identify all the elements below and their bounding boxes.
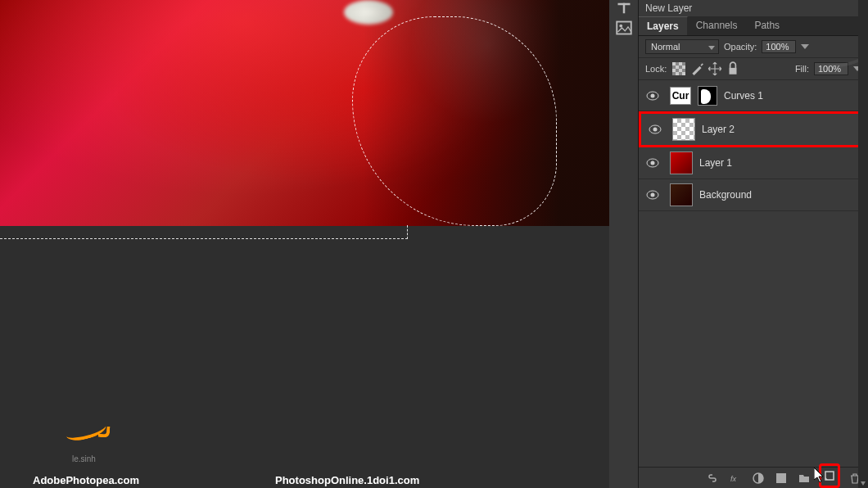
lock-label: Lock: <box>645 64 667 74</box>
adjustment-layer-icon[interactable] <box>773 470 789 486</box>
visibility-toggle-icon[interactable] <box>645 188 660 202</box>
group-layers-icon[interactable] <box>796 470 812 486</box>
image-highlight <box>344 0 393 25</box>
visibility-toggle-icon[interactable] <box>648 122 662 137</box>
blend-mode-select[interactable]: Normal <box>645 39 719 54</box>
layers-list: Cur Curves 1 Layer 2 Layer 1 <box>639 80 868 467</box>
layer-effects-icon[interactable]: fx <box>727 470 744 486</box>
svg-rect-4 <box>730 68 737 75</box>
opacity-label: Opacity: <box>724 42 757 52</box>
lock-all-icon[interactable] <box>726 61 740 76</box>
svg-point-10 <box>651 161 655 165</box>
add-mask-icon[interactable] <box>750 470 766 486</box>
svg-point-6 <box>651 93 655 97</box>
svg-point-12 <box>651 193 655 197</box>
svg-rect-15 <box>776 473 786 483</box>
watermark-logo: le.sinh <box>66 422 131 463</box>
svg-rect-1 <box>622 3 625 14</box>
layer-thumb[interactable] <box>670 183 693 206</box>
layer-name[interactable]: Layer 2 <box>702 124 735 135</box>
panel-tooltip: New Layer <box>639 0 868 16</box>
layers-panel: New Layer Layers Channels Paths Normal O… <box>639 0 868 488</box>
layer-name[interactable]: Background <box>699 189 752 201</box>
adjustment-layer-thumb[interactable]: Cur <box>670 87 691 105</box>
svg-point-3 <box>619 25 622 28</box>
visibility-toggle-icon[interactable] <box>645 156 660 170</box>
svg-text:fx: fx <box>730 475 737 483</box>
opacity-value[interactable]: 100% <box>762 40 796 53</box>
layer-row-background[interactable]: Background <box>639 179 868 211</box>
credits-bar: AdobePhotopea.com PhotoshopOnline.1doi1.… <box>0 472 609 488</box>
panels-stack: New Layer Layers Channels Paths Normal O… <box>609 0 868 488</box>
layer-thumb[interactable] <box>670 151 693 174</box>
tab-channels[interactable]: Channels <box>688 16 747 35</box>
tab-layers[interactable]: Layers <box>639 16 688 35</box>
image-panel-icon[interactable] <box>616 21 632 34</box>
lock-transparency-icon[interactable] <box>671 61 686 76</box>
type-panel-icon[interactable] <box>616 2 632 15</box>
layer-mask-thumb[interactable] <box>698 86 717 106</box>
layer-name[interactable]: Layer 1 <box>699 157 732 169</box>
opacity-dropdown-icon[interactable] <box>801 44 809 49</box>
layer-row-layer1[interactable]: Layer 1 <box>639 147 868 179</box>
layer-row-curves[interactable]: Cur Curves 1 <box>639 80 868 111</box>
panel-tabs: Layers Channels Paths <box>639 16 868 36</box>
layer-thumb[interactable] <box>672 118 695 141</box>
layers-panel-footer: fx <box>639 467 868 488</box>
visibility-toggle-icon[interactable] <box>645 88 660 103</box>
lock-pixels-icon[interactable] <box>689 61 704 76</box>
layer-row-layer2[interactable]: Layer 2 <box>639 111 868 147</box>
panel-scrollbar[interactable] <box>858 0 868 488</box>
collapsed-panel-dock <box>609 0 639 488</box>
new-layer-icon[interactable] <box>819 463 840 488</box>
credit-center: PhotoshopOnline.1doi1.com <box>275 474 419 486</box>
tab-paths[interactable]: Paths <box>746 16 789 35</box>
layer-name[interactable]: Curves 1 <box>724 90 763 102</box>
canvas-area[interactable]: le.sinh AdobePhotopea.com PhotoshopOnlin… <box>0 0 609 488</box>
document-image <box>0 0 609 226</box>
credit-left: AdobePhotopea.com <box>33 474 139 486</box>
selection-marquee-bottom <box>0 225 408 239</box>
fill-label: Fill: <box>795 64 809 74</box>
svg-point-8 <box>653 128 658 132</box>
lock-position-icon[interactable] <box>708 61 722 76</box>
link-layers-icon[interactable] <box>704 470 721 486</box>
